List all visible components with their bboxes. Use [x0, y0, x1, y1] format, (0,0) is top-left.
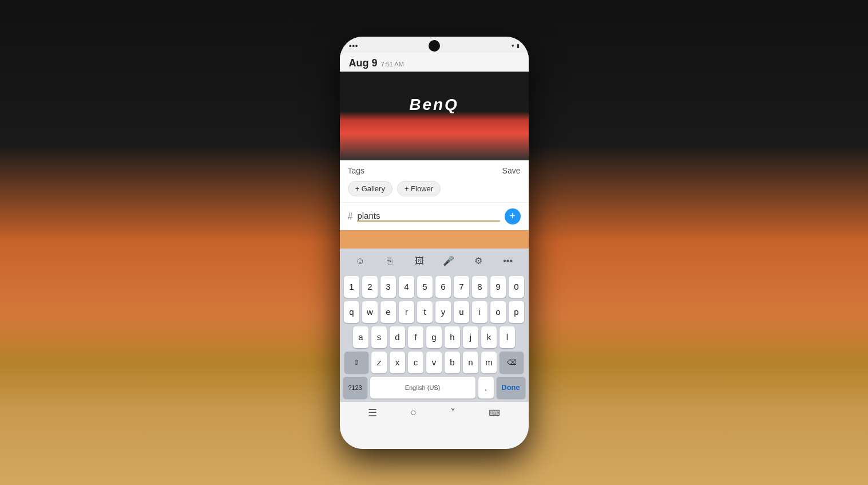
tag-gallery-text: + Gallery [355, 184, 385, 193]
key-6[interactable]: 6 [435, 276, 451, 298]
key-o[interactable]: o [490, 301, 506, 323]
key-7[interactable]: 7 [454, 276, 469, 298]
save-button[interactable]: Save [502, 166, 521, 175]
benq-background: BenQ [340, 72, 529, 160]
tags-list: + Gallery + Flower [348, 181, 521, 196]
nav-menu-btn[interactable]: ☰ [368, 407, 377, 419]
key-d[interactable]: d [390, 326, 405, 348]
key-q[interactable]: q [344, 301, 359, 323]
number-row: 1 2 3 4 5 6 7 8 9 0 [341, 276, 528, 298]
mic-toolbar-btn[interactable]: 🎤 [438, 252, 459, 270]
battery-icon: ▮ [517, 43, 520, 49]
phone: ●●● ▾ ▮ Aug 9 7:51 AM BenQ Tags Save [340, 37, 529, 449]
key-w[interactable]: w [362, 301, 378, 323]
brand-logo: BenQ [409, 96, 459, 114]
image-preview: BenQ [340, 72, 529, 160]
nav-keyboard-btn[interactable]: ⌨ [489, 408, 500, 417]
key-v[interactable]: v [426, 352, 442, 373]
key-8[interactable]: 8 [472, 276, 487, 298]
key-5[interactable]: 5 [417, 276, 433, 298]
tag-flower-text: + Flower [405, 184, 433, 193]
tag-input-row: # + [340, 202, 529, 230]
tags-header: Tags Save [348, 166, 521, 175]
signal-icon: ●●● [349, 43, 358, 49]
status-bar: ●●● ▾ ▮ [340, 37, 529, 53]
period-key[interactable]: . [478, 377, 494, 399]
key-e[interactable]: e [381, 301, 396, 323]
key-z[interactable]: z [371, 352, 387, 373]
key-m[interactable]: m [481, 352, 497, 373]
clipboard-toolbar-btn[interactable]: ⎘ [379, 252, 400, 270]
key-1[interactable]: 1 [344, 276, 359, 298]
hash-symbol: # [348, 211, 353, 222]
add-tag-button[interactable]: + [505, 208, 521, 224]
key-k[interactable]: k [481, 326, 497, 348]
tag-gallery[interactable]: + Gallery [348, 181, 393, 196]
date-header: Aug 9 7:51 AM [340, 53, 529, 72]
key-x[interactable]: x [390, 352, 405, 373]
tags-label: Tags [348, 166, 365, 175]
key-i[interactable]: i [472, 301, 487, 323]
done-key[interactable]: Done [497, 377, 525, 399]
key-t[interactable]: t [417, 301, 433, 323]
nav-home-btn[interactable]: ○ [410, 407, 417, 419]
symbols-key[interactable]: ?123 [343, 377, 367, 399]
shift-key[interactable]: ⇧ [344, 352, 368, 373]
app-content: Aug 9 7:51 AM BenQ Tags Save + Gallery +… [340, 53, 529, 449]
key-j[interactable]: j [463, 326, 478, 348]
key-0[interactable]: 0 [509, 276, 524, 298]
key-l[interactable]: l [500, 326, 515, 348]
time-text: 7:51 AM [381, 61, 404, 68]
notch-camera [429, 40, 440, 52]
date-text: Aug 9 [349, 57, 378, 69]
keyboard: 1 2 3 4 5 6 7 8 9 0 q w e r t y u i [340, 274, 529, 402]
qwerty-row: q w e r t y u i o p [341, 301, 528, 323]
keyboard-toolbar: ☺ ⎘ 🖼 🎤 ⚙ ••• [340, 249, 529, 274]
key-c[interactable]: c [408, 352, 423, 373]
plus-icon: + [509, 210, 516, 222]
settings-toolbar-btn[interactable]: ⚙ [468, 252, 489, 270]
tags-section: Tags Save + Gallery + Flower [340, 160, 529, 202]
tag-flower[interactable]: + Flower [397, 181, 441, 196]
status-left: ●●● [349, 43, 358, 49]
more-toolbar-btn[interactable]: ••• [498, 252, 518, 270]
space-row: ?123 English (US) . Done [341, 377, 528, 399]
bottom-nav: ☰ ○ ˅ ⌨ [340, 402, 529, 424]
key-p[interactable]: p [509, 301, 524, 323]
tag-input-field[interactable] [357, 211, 500, 222]
space-key[interactable]: English (US) [370, 377, 475, 399]
key-f[interactable]: f [408, 326, 423, 348]
key-y[interactable]: y [435, 301, 451, 323]
zxcv-row: ⇧ z x c v b n m ⌫ [341, 352, 528, 373]
key-a[interactable]: a [353, 326, 368, 348]
key-2[interactable]: 2 [362, 276, 378, 298]
key-n[interactable]: n [463, 352, 478, 373]
key-3[interactable]: 3 [381, 276, 396, 298]
key-9[interactable]: 9 [490, 276, 506, 298]
key-g[interactable]: g [426, 326, 442, 348]
key-h[interactable]: h [445, 326, 460, 348]
asdf-row: a s d f g h j k l [341, 326, 528, 348]
emoji-toolbar-btn[interactable]: ☺ [350, 252, 370, 270]
key-r[interactable]: r [399, 301, 414, 323]
key-b[interactable]: b [445, 352, 460, 373]
status-right: ▾ ▮ [512, 43, 520, 49]
key-s[interactable]: s [371, 326, 387, 348]
gif-toolbar-btn[interactable]: 🖼 [409, 252, 430, 270]
backspace-key[interactable]: ⌫ [500, 352, 524, 373]
nav-back-btn[interactable]: ˅ [450, 407, 455, 419]
key-u[interactable]: u [454, 301, 469, 323]
suggestion-bar [340, 230, 529, 249]
key-4[interactable]: 4 [399, 276, 414, 298]
wifi-icon: ▾ [512, 43, 514, 49]
